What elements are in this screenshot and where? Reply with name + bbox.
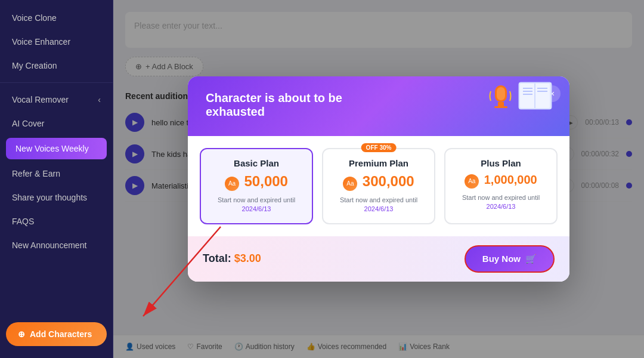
plans-container: Basic Plan Aa 50,000 Start now and expir… <box>188 136 569 236</box>
plan-desc-plus: Start now and expired until 2024/6/13 <box>454 193 547 212</box>
modal: Character is about to be exhausted × <box>188 76 569 282</box>
modal-overlay[interactable]: Character is about to be exhausted × <box>113 0 644 358</box>
plan-desc-basic: Start now and expired until 2024/6/13 <box>210 196 303 214</box>
plan-characters-basic: 50,000 <box>244 173 288 189</box>
plan-date-plus[interactable]: 2024/6/13 <box>487 203 516 210</box>
plan-date-basic[interactable]: 2024/6/13 <box>242 205 271 212</box>
plan-name-premium: Premium Plan <box>332 158 425 168</box>
sidebar: Voice Clone Voice Enhancer My Creation V… <box>0 0 113 358</box>
plan-icon-plus: Aa <box>465 174 479 189</box>
total-label: Total: $3.00 <box>203 252 261 265</box>
app-container: Voice Clone Voice Enhancer My Creation V… <box>0 0 644 358</box>
svg-rect-9 <box>497 87 505 100</box>
plan-desc-premium: Start now and expired until 2024/6/13 <box>332 196 425 214</box>
collapse-icon: ‹ <box>98 95 101 104</box>
plan-name-plus: Plus Plan <box>454 158 547 168</box>
sidebar-bottom: ⊕ Add Characters <box>0 316 113 352</box>
plan-card-basic[interactable]: Basic Plan Aa 50,000 Start now and expir… <box>200 148 313 224</box>
buy-now-button[interactable]: Buy Now 🛒 <box>465 245 555 273</box>
add-characters-button[interactable]: ⊕ Add Characters <box>6 322 107 346</box>
plan-characters-premium: 300,000 <box>363 173 414 189</box>
sidebar-item-new-voices[interactable]: New Voices Weekly <box>6 138 107 159</box>
sidebar-item-vocal-remover[interactable]: Vocal Remover ‹ <box>0 88 113 112</box>
plus-icon: ⊕ <box>18 329 25 339</box>
modal-title: Character is about to be exhausted <box>206 91 385 119</box>
modal-header: Character is about to be exhausted × <box>188 76 569 136</box>
plan-characters-plus: 1,000,000 <box>484 173 537 186</box>
sidebar-item-share[interactable]: Share your thoughts <box>0 186 113 209</box>
plan-card-plus[interactable]: Plus Plan Aa 1,000,000 Start now and exp… <box>444 148 558 224</box>
sidebar-item-voice-clone[interactable]: Voice Clone <box>0 6 113 30</box>
plan-date-premium[interactable]: 2024/6/13 <box>364 205 394 212</box>
sidebar-item-faqs[interactable]: FAQS <box>0 209 113 233</box>
sidebar-item-announcement[interactable]: New Announcement <box>0 233 113 257</box>
svg-rect-11 <box>494 106 507 108</box>
sidebar-item-my-creation[interactable]: My Creation <box>0 54 113 78</box>
off-badge-premium: OFF 30% <box>361 143 397 152</box>
cart-icon: 🛒 <box>525 254 537 264</box>
plan-name-basic: Basic Plan <box>210 158 303 168</box>
plan-card-premium[interactable]: OFF 30% Premium Plan Aa 300,000 Start no… <box>322 148 435 224</box>
sidebar-item-refer[interactable]: Refer & Earn <box>0 162 113 186</box>
sidebar-item-voice-enhancer[interactable]: Voice Enhancer <box>0 30 113 54</box>
plan-icon-basic: Aa <box>225 177 239 191</box>
modal-footer: Total: $3.00 Buy Now 🛒 <box>188 236 569 282</box>
svg-rect-10 <box>498 102 504 107</box>
total-price: $3.00 <box>234 252 261 264</box>
modal-decoration <box>486 76 558 126</box>
plan-icon-premium: Aa <box>343 177 357 191</box>
sidebar-divider-1 <box>0 82 113 83</box>
sidebar-item-ai-cover[interactable]: AI Cover <box>0 112 113 135</box>
main-content: Please enter your text... ⊕ + Add A Bloc… <box>113 0 644 358</box>
